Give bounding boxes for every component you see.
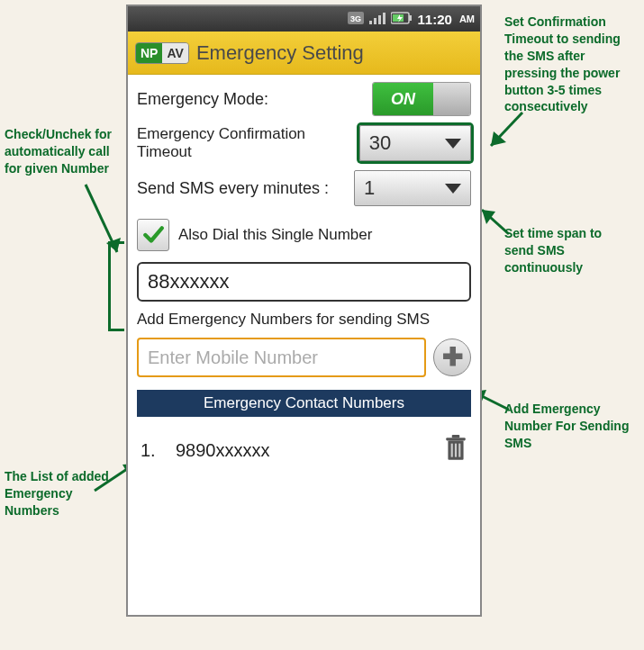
signal-icon	[369, 12, 385, 27]
list-item-number: 9890xxxxxx	[176, 440, 270, 460]
network-3g-icon: 3G	[348, 12, 364, 27]
select-interval-value: 1	[364, 176, 375, 200]
svg-rect-23	[455, 444, 457, 457]
chevron-down-icon	[445, 184, 461, 194]
app-logo: NPAV	[135, 42, 189, 64]
add-button[interactable]: ✚	[433, 339, 471, 376]
select-timeout[interactable]: 30	[359, 125, 471, 161]
annotation-check: Check/Unchek for automatically call for …	[5, 126, 122, 177]
page-title: Emergency Setting	[196, 41, 364, 65]
arrow-check	[81, 180, 126, 261]
add-number-placeholder: Enter Mobile Number	[148, 348, 318, 368]
label-timeout: Emergency Confirmation Timeout	[137, 125, 352, 161]
input-dial-number[interactable]: 88xxxxxx	[137, 262, 471, 302]
title-bar: NPAV Emergency Setting	[128, 32, 480, 75]
svg-rect-15	[383, 13, 385, 24]
delete-button[interactable]	[444, 435, 467, 466]
logo-np: NP	[136, 43, 162, 63]
row-dial-check: Also Dial this Single Number	[137, 215, 471, 253]
svg-rect-21	[452, 435, 460, 438]
row-timeout: Emergency Confirmation Timeout 30	[137, 125, 471, 161]
logo-av: AV	[162, 43, 187, 63]
svg-rect-12	[369, 21, 372, 24]
row-interval: Send SMS every minutes : 1	[137, 170, 471, 206]
svg-text:3G: 3G	[350, 14, 361, 23]
svg-rect-13	[374, 18, 376, 24]
check-icon	[141, 223, 165, 247]
status-bar: 3G 11:20AM	[128, 6, 480, 32]
input-add-number[interactable]: Enter Mobile Number	[137, 338, 426, 377]
svg-rect-14	[378, 15, 381, 24]
dial-number-value: 88xxxxxx	[148, 270, 229, 293]
clock-ampm: AM	[459, 14, 475, 24]
select-interval[interactable]: 1	[354, 170, 471, 206]
list-item-index: 1.	[141, 440, 156, 460]
toggle-on-text: ON	[373, 83, 433, 115]
svg-marker-1	[106, 238, 121, 252]
content-area: Emergency Mode: ON Emergency Confirmatio…	[128, 75, 480, 615]
clock-time: 11:20	[418, 12, 452, 27]
svg-rect-22	[451, 444, 453, 457]
chevron-down-icon	[445, 139, 461, 149]
annotation-interval: Set time span to send SMS continuously	[504, 225, 630, 276]
svg-marker-7	[482, 210, 495, 224]
label-interval: Send SMS every minutes :	[137, 179, 329, 198]
plus-icon: ✚	[442, 345, 463, 370]
annotation-timeout: Set Confirmation Timeout to sending the …	[504, 14, 639, 115]
toggle-emergency-mode[interactable]: ON	[372, 82, 471, 116]
svg-rect-24	[458, 444, 460, 457]
phone-frame: 3G 11:20AM NPAV Emergency Setting Emerge…	[126, 5, 482, 617]
annotation-add: Add Emergency Number For Sending SMS	[504, 401, 639, 452]
row-add-number: Enter Mobile Number ✚	[137, 338, 471, 377]
select-timeout-value: 30	[369, 131, 391, 155]
toggle-off-side	[433, 83, 470, 115]
arrow-timeout	[486, 108, 531, 153]
battery-icon	[391, 12, 413, 27]
row-emergency-mode: Emergency Mode: ON	[137, 82, 471, 116]
label-also-dial: Also Dial this Single Number	[178, 226, 372, 244]
label-add-numbers: Add Emergency Numbers for sending SMS	[137, 311, 471, 329]
list-item: 1. 9890xxxxxx	[137, 426, 471, 475]
label-emergency-mode: Emergency Mode:	[137, 90, 268, 109]
checkbox-also-dial[interactable]	[137, 219, 169, 251]
svg-rect-20	[446, 438, 465, 440]
arrow-interval	[477, 203, 513, 239]
header-contact-numbers: Emergency Contact Numbers	[137, 390, 471, 417]
trash-icon	[444, 435, 467, 462]
list-item-text: 1. 9890xxxxxx	[141, 440, 269, 461]
svg-rect-17	[409, 15, 412, 21]
